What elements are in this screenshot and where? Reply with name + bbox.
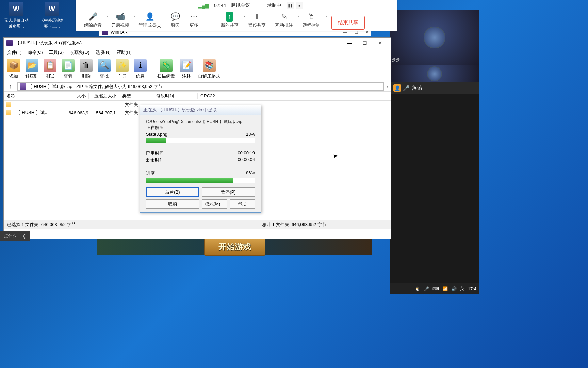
menu-file[interactable]: 文件(F) <box>7 49 22 55</box>
col-packed[interactable]: 压缩后大小 <box>89 93 119 99</box>
tray-volume-icon[interactable]: 🔊 <box>451 286 457 291</box>
file-percent: 18% <box>246 132 255 137</box>
desktop-icon-word2[interactable]: W 《中外历史纲要（上... <box>39 2 65 29</box>
unmute-button[interactable]: 🎤 解除静音 ▾ <box>81 11 105 30</box>
wizard-button[interactable]: ✨向导 <box>116 59 129 79</box>
notification-bubble[interactable]: 点什么... ❮ <box>0 231 30 241</box>
stop-recording-button[interactable]: ■ <box>296 2 303 9</box>
participant-video-1[interactable]: 蕗蕗 <box>390 10 479 65</box>
progress-label: 进度 <box>146 170 155 177</box>
desktop-icon-word1[interactable]: W 无人现做自动贩卖蛋... <box>3 2 29 29</box>
chat-button[interactable]: 💬 聊天 <box>168 11 183 30</box>
wizard-icon: ✨ <box>116 59 129 72</box>
active-speaker-bar[interactable]: 👤 🎤 落落 <box>390 82 479 94</box>
chevron-down-icon[interactable]: ▾ <box>325 14 327 18</box>
find-button[interactable]: 🔍查找 <box>98 59 111 79</box>
col-crc[interactable]: CRC32 <box>198 93 225 98</box>
winrar-pathbar: ↑ 【-HUSH-】试玩版.zip - ZIP 压缩文件, 解包大小为 646,… <box>4 81 391 92</box>
info-icon: ℹ <box>134 59 147 72</box>
winrar-icon <box>6 40 13 46</box>
scan-button[interactable]: 🦠扫描病毒 <box>157 59 175 79</box>
menu-command[interactable]: 命令(C) <box>28 49 43 55</box>
tray-wifi-icon[interactable]: 📶 <box>442 286 448 291</box>
remaining-label: 剩余时间 <box>146 157 164 163</box>
col-type[interactable]: 类型 <box>119 93 153 99</box>
info-button[interactable]: ℹ信息 <box>134 59 147 79</box>
cell-size: 646,063,9... <box>66 110 92 116</box>
maximize-button[interactable]: ☐ <box>357 38 373 48</box>
taskbar-clock[interactable]: 17:4 <box>468 286 476 291</box>
pause-button[interactable]: 暂停(P) <box>202 187 255 197</box>
path-input[interactable]: 【-HUSH-】试玩版.zip - ZIP 压缩文件, 解包大小为 646,06… <box>17 82 384 91</box>
tray-keyboard-icon[interactable]: ⌨ <box>432 286 439 291</box>
avatar <box>424 27 445 48</box>
winrar-menubar: 文件(F) 命令(C) 工具(S) 收藏夹(O) 选项(N) 帮助(H) <box>4 48 391 57</box>
menu-options[interactable]: 选项(N) <box>96 49 111 55</box>
add-button[interactable]: 📦添加 <box>7 59 20 79</box>
tray-icon[interactable]: 🐧 <box>415 286 420 291</box>
add-icon: 📦 <box>7 59 20 72</box>
col-modified[interactable]: 修改时间 <box>153 93 198 99</box>
menu-favorites[interactable]: 收藏夹(O) <box>70 49 89 55</box>
comment-button[interactable]: 📝注释 <box>180 59 193 79</box>
sfx-button[interactable]: 📚自解压格式 <box>198 59 220 79</box>
remote-control-button[interactable]: 🖱 远程控制 ▾ <box>299 11 324 30</box>
current-file: State3.png <box>146 132 167 137</box>
file-progress-bar <box>146 138 255 143</box>
mode-button[interactable]: 模式(M)... <box>202 199 227 209</box>
col-name[interactable]: 名称 <box>4 93 63 99</box>
close-button[interactable]: ✕ <box>373 38 388 48</box>
extract-action: 正在解压 <box>146 125 255 131</box>
status-total: 总计 1 文件夹, 646,063,952 字节 <box>197 220 391 229</box>
up-button[interactable]: ↑ <box>6 83 15 90</box>
tool-label: 扫描病毒 <box>157 73 175 79</box>
pause-share-button[interactable]: ⏸ 暂停共享 <box>245 11 269 30</box>
extract-button[interactable]: 📂解压到 <box>25 59 38 79</box>
delete-icon: 🗑 <box>80 59 93 72</box>
divider <box>146 167 255 167</box>
dialog-title[interactable]: 正在从 【-HUSH-】试玩版.zip 中提取 <box>140 105 261 115</box>
elapsed-time: 00:00:19 <box>238 150 255 156</box>
start-game-button[interactable]: 开始游戏 <box>204 238 265 256</box>
button-label: 解除静音 <box>84 22 102 28</box>
view-button[interactable]: 📄查看 <box>62 59 75 79</box>
menu-help[interactable]: 帮助(H) <box>117 49 132 55</box>
pause-icon: ⏸ <box>252 12 261 21</box>
help-button[interactable]: 帮助 <box>230 199 255 209</box>
members-button[interactable]: 👤 管理成员(1) <box>135 11 165 30</box>
path-dropdown[interactable]: ▾ <box>387 85 388 88</box>
cancel-button[interactable]: 取消 <box>146 199 199 209</box>
col-size[interactable]: 大小 <box>63 93 89 99</box>
meeting-toolbar: ▂▄▆ 02:44 腾讯会议 录制中 ❚❚ ■ 🎤 解除静音 ▾ 📹 开启视频 … <box>76 0 397 31</box>
ime-indicator[interactable]: 英 <box>460 286 464 292</box>
pause-recording-button[interactable]: ❚❚ <box>287 2 294 9</box>
tool-label: 注释 <box>182 73 191 79</box>
scan-icon: 🦠 <box>160 59 173 72</box>
tray-mic-icon[interactable]: 🎤 <box>424 286 429 291</box>
background-button[interactable]: 后台(B) <box>146 187 199 197</box>
participant-video-2[interactable] <box>390 65 479 82</box>
recording-label: 录制中 <box>267 2 281 9</box>
annotate-button[interactable]: ✎ 互动批注 ▾ <box>272 11 296 30</box>
button-label: 暂停共享 <box>248 22 266 28</box>
extract-icon: 📂 <box>26 59 38 72</box>
tool-label: 查看 <box>64 73 72 79</box>
more-button[interactable]: ⋯ 更多 <box>186 11 202 30</box>
end-share-button[interactable]: 结束共享 <box>331 16 365 30</box>
new-share-button[interactable]: ↑ 新的共享 ▾ <box>217 11 242 30</box>
speaker-name: 落落 <box>412 85 423 92</box>
chat-icon: 💬 <box>171 12 180 21</box>
button-label: 管理成员(1) <box>138 22 162 28</box>
cell-packed: 564,307,1... <box>92 110 122 116</box>
winrar-titlebar[interactable]: 【-HUSH-】试玩版.zip (评估版本) — ☐ ✕ <box>4 38 391 48</box>
minimize-button[interactable]: — <box>341 38 357 48</box>
taskbar: 🐧 🎤 ⌨ 📶 🔊 英 17:4 <box>390 283 479 294</box>
delete-button[interactable]: 🗑删除 <box>80 59 93 79</box>
button-label: 更多 <box>190 22 198 28</box>
video-button[interactable]: 📹 开启视频 ▾ <box>108 11 132 30</box>
icon-label: 无人现做自动贩卖蛋... <box>3 18 29 29</box>
folder-icon <box>6 102 11 107</box>
menu-tools[interactable]: 工具(S) <box>49 49 64 55</box>
word-icon: W <box>45 2 59 16</box>
test-button[interactable]: 📋测试 <box>44 59 56 79</box>
